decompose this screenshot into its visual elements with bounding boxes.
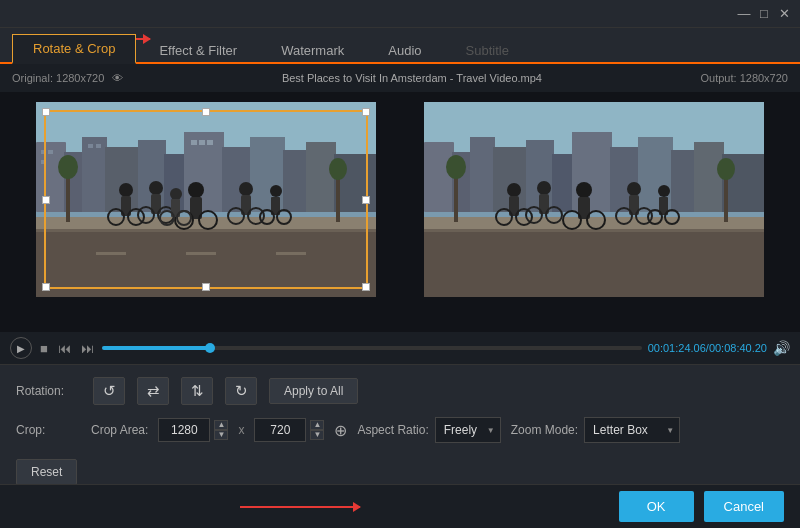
tab-rotate-crop[interactable]: Rotate & Crop bbox=[12, 34, 136, 64]
svg-point-89 bbox=[658, 185, 670, 197]
bottom-arrow-indicator bbox=[240, 506, 360, 508]
left-preview bbox=[36, 102, 376, 322]
rotate-cw-button[interactable]: ↻ bbox=[225, 377, 257, 405]
aspect-ratio-label: Aspect Ratio: bbox=[357, 423, 428, 437]
svg-rect-16 bbox=[41, 160, 46, 164]
rotation-label: Rotation: bbox=[16, 384, 81, 398]
svg-point-77 bbox=[537, 181, 551, 195]
controls-area: Rotation: ↺ ⇄ ⇅ ↻ Apply to All Crop: Cro… bbox=[0, 364, 800, 497]
height-down-button[interactable]: ▼ bbox=[310, 430, 324, 440]
svg-rect-15 bbox=[48, 150, 53, 154]
info-bar: Original: 1280x720 👁 Best Places to Visi… bbox=[0, 64, 800, 92]
svg-rect-26 bbox=[276, 252, 306, 255]
svg-point-28 bbox=[188, 182, 204, 198]
cancel-button[interactable]: Cancel bbox=[704, 491, 784, 522]
zoom-mode-label: Zoom Mode: bbox=[511, 423, 578, 437]
svg-rect-58 bbox=[424, 142, 454, 212]
tab-audio[interactable]: Audio bbox=[367, 36, 442, 64]
aspect-ratio-select-wrap: Freely 16:9 4:3 1:1 9:16 bbox=[435, 417, 501, 443]
svg-rect-24 bbox=[96, 252, 126, 255]
svg-rect-52 bbox=[66, 172, 70, 222]
svg-rect-60 bbox=[470, 137, 495, 212]
svg-point-96 bbox=[717, 158, 735, 180]
rotate-ccw-button[interactable]: ↺ bbox=[93, 377, 125, 405]
rotation-row: Rotation: ↺ ⇄ ⇅ ↻ Apply to All bbox=[16, 377, 784, 405]
height-input[interactable] bbox=[254, 418, 306, 442]
svg-rect-72 bbox=[424, 217, 764, 229]
svg-point-85 bbox=[627, 182, 641, 196]
height-input-group: ▲ ▼ bbox=[254, 418, 324, 442]
apply-to-all-button[interactable]: Apply to All bbox=[269, 378, 358, 404]
svg-rect-54 bbox=[336, 174, 340, 222]
bottom-bar: OK Cancel bbox=[0, 484, 800, 528]
tab-watermark[interactable]: Watermark bbox=[260, 36, 365, 64]
zoom-mode-select-wrap: Letter Box Pan & Scan Full bbox=[584, 417, 680, 443]
svg-rect-20 bbox=[199, 140, 205, 145]
svg-rect-21 bbox=[207, 140, 213, 145]
svg-point-32 bbox=[149, 181, 163, 195]
play-button[interactable]: ▶ bbox=[10, 337, 32, 359]
svg-rect-12 bbox=[306, 142, 336, 212]
progress-fill bbox=[102, 346, 210, 350]
tab-subtitle: Subtitle bbox=[445, 36, 530, 64]
flip-vertical-button[interactable]: ⇅ bbox=[181, 377, 213, 405]
maximize-button[interactable]: □ bbox=[756, 6, 772, 22]
svg-point-48 bbox=[270, 185, 282, 197]
width-spinner: ▲ ▼ bbox=[214, 420, 228, 440]
progress-track[interactable] bbox=[102, 346, 642, 350]
svg-rect-17 bbox=[88, 144, 93, 148]
svg-rect-67 bbox=[671, 150, 696, 212]
svg-rect-25 bbox=[186, 252, 216, 255]
svg-rect-95 bbox=[724, 174, 728, 222]
stop-button[interactable]: ■ bbox=[38, 339, 50, 358]
playback-bar: ▶ ■ ⏮ ⏭ 00:01:24.06/00:08:40.20 🔊 bbox=[0, 332, 800, 364]
svg-rect-23 bbox=[36, 232, 376, 297]
output-resolution: Output: 1280x720 bbox=[701, 72, 788, 84]
time-display: 00:01:24.06/00:08:40.20 bbox=[648, 342, 767, 354]
crop-area-label: Crop Area: bbox=[91, 423, 148, 437]
zoom-mode-group: Zoom Mode: Letter Box Pan & Scan Full bbox=[511, 417, 680, 443]
volume-button[interactable]: 🔊 bbox=[773, 340, 790, 356]
prev-frame-button[interactable]: ⏮ bbox=[56, 339, 73, 358]
title-bar: — □ ✕ bbox=[0, 0, 800, 28]
flip-horizontal-button[interactable]: ⇄ bbox=[137, 377, 169, 405]
height-up-button[interactable]: ▲ bbox=[310, 420, 324, 430]
svg-point-40 bbox=[239, 182, 253, 196]
next-frame-button[interactable]: ⏭ bbox=[79, 339, 96, 358]
minimize-button[interactable]: — bbox=[736, 6, 752, 22]
right-preview bbox=[424, 102, 764, 322]
left-video-box bbox=[36, 102, 376, 297]
svg-rect-27 bbox=[36, 217, 376, 229]
dimension-separator: x bbox=[238, 423, 244, 437]
width-input-group: ▲ ▼ bbox=[158, 418, 228, 442]
svg-rect-68 bbox=[694, 142, 724, 212]
close-button[interactable]: ✕ bbox=[776, 6, 792, 22]
svg-point-81 bbox=[507, 183, 521, 197]
tab-effect-filter[interactable]: Effect & Filter bbox=[138, 36, 258, 64]
crop-label: Crop: bbox=[16, 423, 81, 437]
left-video-content bbox=[36, 102, 376, 297]
reset-button[interactable]: Reset bbox=[16, 459, 77, 485]
tab-bar: Rotate & Crop Effect & Filter Watermark … bbox=[0, 28, 800, 64]
height-spinner: ▲ ▼ bbox=[310, 420, 324, 440]
width-input[interactable] bbox=[158, 418, 210, 442]
ok-button[interactable]: OK bbox=[619, 491, 694, 522]
current-time: 00:01:24.06 bbox=[648, 342, 706, 354]
svg-point-55 bbox=[329, 158, 347, 180]
svg-point-94 bbox=[446, 155, 466, 179]
zoom-mode-select[interactable]: Letter Box Pan & Scan Full bbox=[584, 417, 680, 443]
eye-icon[interactable]: 👁 bbox=[112, 72, 123, 84]
svg-rect-63 bbox=[552, 154, 574, 212]
filename-label: Best Places to Visit In Amsterdam - Trav… bbox=[282, 72, 542, 84]
width-up-button[interactable]: ▲ bbox=[214, 420, 228, 430]
svg-rect-71 bbox=[424, 232, 764, 297]
aspect-ratio-select[interactable]: Freely 16:9 4:3 1:1 9:16 bbox=[435, 417, 501, 443]
move-icon: ⊕ bbox=[334, 421, 347, 440]
width-down-button[interactable]: ▼ bbox=[214, 430, 228, 440]
progress-thumb bbox=[205, 343, 215, 353]
aspect-ratio-group: Aspect Ratio: Freely 16:9 4:3 1:1 9:16 bbox=[357, 417, 500, 443]
right-video-box bbox=[424, 102, 764, 297]
svg-rect-4 bbox=[82, 137, 107, 212]
svg-point-44 bbox=[170, 188, 182, 200]
svg-rect-19 bbox=[191, 140, 197, 145]
